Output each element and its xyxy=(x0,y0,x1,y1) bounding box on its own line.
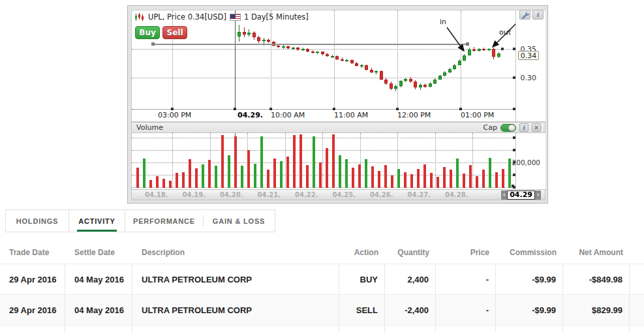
candle xyxy=(370,70,373,72)
scrollbar-date-label: 04.20. xyxy=(220,191,243,198)
volume-info-icon[interactable]: i xyxy=(519,123,529,132)
trendline-handle-left[interactable] xyxy=(151,42,155,46)
candle xyxy=(433,80,437,84)
scrollbar-date-label: 04.18. xyxy=(145,191,168,198)
volume-bar xyxy=(189,159,191,188)
time-axis-label: 12:00 PM xyxy=(397,111,431,119)
scrollbar-date-label: 04.21. xyxy=(258,191,281,198)
volume-bar xyxy=(319,162,322,188)
volume-marker-square xyxy=(512,185,514,187)
tab-holdings[interactable]: HOLDINGS xyxy=(6,210,69,232)
candle xyxy=(316,52,319,53)
activity-table: Trade DateSettle DateDescriptionActionQu… xyxy=(0,237,644,333)
price-chart-panel[interactable]: 03:00 PM04.29.10:00 AM11:00 AM12:00 PM01… xyxy=(131,10,516,122)
volume-bar xyxy=(195,168,198,188)
volume-bar xyxy=(280,161,283,188)
candle xyxy=(380,71,383,79)
volume-bar xyxy=(162,179,165,188)
candle xyxy=(429,84,432,87)
tab-performance[interactable]: PERFORMANCE xyxy=(125,210,203,232)
volume-bar xyxy=(345,159,348,188)
candle xyxy=(419,85,422,87)
table-cell: - xyxy=(436,264,496,294)
candle xyxy=(394,86,397,89)
volume-bar xyxy=(476,176,478,188)
price-axis: 0.35 0.34 0.30 xyxy=(516,10,545,122)
table-cell: -$849.98 xyxy=(563,264,630,294)
volume-bar xyxy=(463,174,465,188)
candle xyxy=(243,32,246,35)
column-header: Net Amount xyxy=(563,237,630,264)
volume-chart-panel[interactable] xyxy=(131,133,516,189)
candle xyxy=(423,85,427,87)
table-cell: 29 Apr 2016 xyxy=(0,295,65,325)
us-flag-icon xyxy=(230,14,241,21)
chart-date-scrollbar[interactable]: 04.18.04.19.04.20.04.21.04.22.04.25.04.2… xyxy=(131,189,545,200)
candle xyxy=(438,76,442,79)
candle xyxy=(492,49,495,57)
column-header: Trade Date xyxy=(0,237,65,264)
buy-button[interactable]: Buy xyxy=(135,26,160,39)
scrollbar-date-label: 04.22. xyxy=(295,191,318,198)
volume-bar xyxy=(241,166,243,188)
candle xyxy=(384,80,388,84)
trendline-annotation[interactable] xyxy=(153,44,468,45)
candle xyxy=(478,49,481,51)
candle xyxy=(375,71,378,72)
volume-bar xyxy=(404,172,406,188)
chart-symbol-price: UPL, Price 0.34[USD] xyxy=(148,12,226,22)
sell-button[interactable]: Sell xyxy=(162,26,187,39)
tab-activity[interactable]: ACTIVITY xyxy=(69,210,125,232)
volume-bar xyxy=(306,165,309,188)
scrollbar-current-date: 04.29 xyxy=(507,191,535,200)
volume-bar xyxy=(437,177,439,188)
scroll-left-arrow-icon[interactable]: ‹ xyxy=(501,191,507,200)
candle xyxy=(414,82,417,87)
volume-bar xyxy=(149,180,152,188)
volume-tick-label: 200,000 xyxy=(512,159,540,166)
time-axis-label: 03:00 PM xyxy=(158,111,191,119)
column-header: Commission xyxy=(496,237,563,264)
volume-axis: 200,000 xyxy=(516,133,545,189)
candle xyxy=(487,49,491,50)
cap-toggle[interactable] xyxy=(500,124,516,132)
volume-bar xyxy=(417,169,420,188)
table-cell: $829.99 xyxy=(563,295,630,325)
time-axis-label: 04.29. xyxy=(238,111,263,119)
candle xyxy=(253,33,256,38)
tab-gain-loss[interactable]: GAIN & LOSS xyxy=(203,210,275,232)
candle xyxy=(365,65,368,70)
table-cell: 04 May 2016 xyxy=(65,264,132,294)
volume-bar xyxy=(332,134,335,188)
scrollbar-thumb[interactable]: ‹ 04.29 › xyxy=(501,191,541,200)
column-header: Price xyxy=(436,237,496,264)
candle xyxy=(458,61,461,65)
table-cell: 29 Apr 2016 xyxy=(0,264,65,294)
volume-panel-header: Volume Cap i × xyxy=(131,122,545,133)
volume-bar xyxy=(273,159,276,188)
table-cell: -2,400 xyxy=(385,295,436,325)
volume-bar xyxy=(391,176,393,188)
candle xyxy=(292,48,295,49)
trendline-handle-right[interactable] xyxy=(466,42,469,46)
volume-bar xyxy=(495,172,498,188)
volume-bar xyxy=(176,173,178,188)
chart-settings-wrench-icon[interactable] xyxy=(519,10,530,20)
volume-close-icon[interactable]: × xyxy=(532,123,541,132)
scrollbar-date-label: 04.19. xyxy=(183,191,206,198)
volume-bar xyxy=(423,164,426,188)
candle xyxy=(463,55,466,61)
scroll-right-arrow-icon[interactable]: › xyxy=(535,191,541,200)
time-axis-label: 01:00 PM xyxy=(461,111,494,119)
chart-info-icon[interactable]: i xyxy=(532,10,544,20)
volume-bar xyxy=(456,159,459,188)
candle xyxy=(286,46,290,49)
candle xyxy=(404,79,407,82)
volume-bar xyxy=(156,176,159,188)
volume-bar xyxy=(450,170,452,188)
table-cell: BUY xyxy=(339,264,385,294)
volume-bar xyxy=(169,181,172,188)
volume-bar xyxy=(508,159,511,188)
table-cell: ULTRA PETROLEUM CORP xyxy=(132,295,339,325)
volume-bar xyxy=(254,164,256,188)
